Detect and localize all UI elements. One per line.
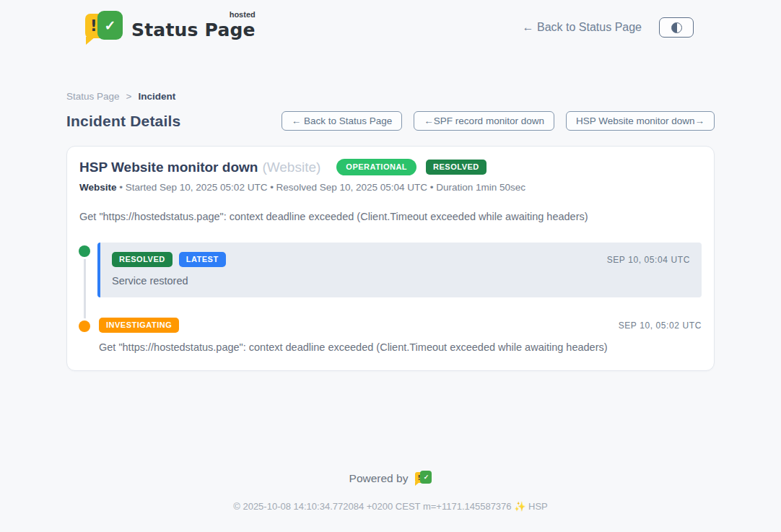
logo-check-icon: ✓ [420,471,432,484]
header: ! ✓ hosted Status Page ← Back to Status … [0,0,781,55]
timeline-message: Service restored [112,275,690,287]
timeline-entry-investigating: INVESTIGATING SEP 10, 05:02 UTC Get "htt… [97,318,702,353]
powered-by-label: Powered by [349,472,409,485]
breadcrumb-status-page[interactable]: Status Page [66,91,120,102]
timeline-entry-resolved: RESOLVED LATEST SEP 10, 05:04 UTC Servic… [97,243,702,297]
breadcrumb-separator: > [126,91,132,102]
timeline-timestamp: SEP 10, 05:02 UTC [619,320,702,331]
page-title: Incident Details [66,113,180,130]
breadcrumb: Status Page > Incident [66,91,715,102]
resolved-state-badge: RESOLVED [426,160,487,175]
powered-by: Powered by ! ✓ [0,471,781,487]
incident-title: HSP Website monitor down [79,160,258,175]
next-incident-button[interactable]: HSP Website monitor down→ [566,111,715,131]
incident-description: Get "https://hostedstatus.page": context… [79,211,702,222]
theme-toggle-button[interactable] [659,17,694,38]
title-row: Incident Details ← Back to Status Page ←… [66,111,715,131]
incident-nav-buttons: ← Back to Status Page ←SPF record monito… [282,111,715,131]
investigating-badge: INVESTIGATING [99,318,179,333]
timeline-connector-line [84,253,86,320]
resolved-badge: RESOLVED [112,252,173,267]
incident-card-header: HSP Website monitor down (Website) OPERA… [79,159,702,175]
status-page-logo[interactable]: ! ✓ hosted Status Page [85,11,256,44]
timeline-dot-investigating [79,320,90,332]
breadcrumb-incident: Incident [138,91,175,102]
timeline-entry-head: INVESTIGATING SEP 10, 05:02 UTC [97,318,702,333]
header-right: ← Back to Status Page [523,17,694,38]
prev-incident-button[interactable]: ←SPF record monitor down [414,111,554,131]
latest-badge: LATEST [179,252,226,267]
contrast-icon [671,22,682,33]
incident-card: HSP Website monitor down (Website) OPERA… [66,146,715,371]
operational-status-badge: OPERATIONAL [336,159,416,175]
main-content: Status Page > Incident Incident Details … [66,55,715,371]
timeline-message: Get "https://hostedstatus.page": context… [97,341,702,353]
timeline-entry-head: RESOLVED LATEST SEP 10, 05:04 UTC [112,252,690,267]
status-page-logo-icon: ! ✓ [85,11,123,44]
timeline-dot-resolved [79,245,90,257]
incident-scope: (Website) [262,160,320,175]
timeline-entry-box: RESOLVED LATEST SEP 10, 05:04 UTC Servic… [97,243,702,297]
copyright-line: © 2025-10-08 14:10:34.772084 +0200 CEST … [0,501,781,512]
logo-brand-name: Status Page [131,19,256,40]
incident-component: Website [79,182,117,193]
logo-check-icon: ✓ [97,11,123,40]
logo-text: hosted Status Page [131,15,256,40]
timeline-timestamp: SEP 10, 05:04 UTC [607,255,690,265]
status-page-mini-logo-icon[interactable]: ! ✓ [415,471,432,487]
back-to-status-page-button[interactable]: ← Back to Status Page [282,111,403,131]
incident-timeline: RESOLVED LATEST SEP 10, 05:04 UTC Servic… [79,243,702,353]
back-to-status-page-link[interactable]: ← Back to Status Page [523,21,642,34]
incident-meta-details: • Started Sep 10, 2025 05:02 UTC • Resol… [119,182,525,193]
incident-meta: Website • Started Sep 10, 2025 05:02 UTC… [79,182,702,193]
logo-hosted-label: hosted [230,10,256,19]
footer: Powered by ! ✓ © 2025-10-08 14:10:34.772… [0,471,781,512]
